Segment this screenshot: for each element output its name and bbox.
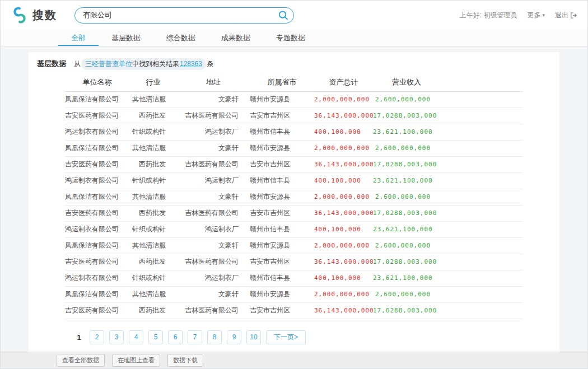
cell-region: 赣州市安源县 — [250, 140, 314, 156]
cell-assets: 2,000,000,000 — [314, 91, 373, 108]
cell-region: 赣州市安源县 — [250, 286, 314, 302]
search-icon — [278, 10, 288, 21]
cell-region: 赣州市安源县 — [250, 237, 314, 254]
cell-filler — [440, 140, 523, 156]
header-right: 上午好: 初级管理员 更多 ▾ 退出 — [460, 11, 577, 20]
tab-comprehensive-data[interactable]: 综合数据 — [153, 30, 208, 46]
logo-text: 搜数 — [32, 8, 57, 23]
table-row[interactable]: 鸿运制衣有限公司针织或构针鸿运制衣厂赣州市信丰县400,100,00023,62… — [65, 270, 523, 286]
table-row[interactable]: 凤凰保洁有限公司其他清洁服文豪轩赣州市安源县2,000,000,0002,600… — [65, 286, 523, 302]
next-page-button[interactable]: 下一页> — [266, 330, 306, 344]
cell-name: 吉安医药有限公司 — [65, 302, 129, 319]
cell-region: 赣州市安源县 — [250, 189, 314, 205]
cell-name: 凤凰保洁有限公司 — [65, 140, 129, 156]
cell-filler — [440, 156, 523, 172]
more-label: 更多 — [527, 11, 540, 20]
more-menu[interactable]: 更多 ▾ — [527, 11, 545, 20]
cell-address: 吉林医药有限公司 — [177, 254, 250, 270]
page-button-10[interactable]: 10 — [246, 330, 261, 344]
column-header: 单位名称 — [65, 73, 129, 91]
tab-achievement-data[interactable]: 成果数据 — [208, 30, 263, 46]
cell-industry: 其他清洁服 — [129, 91, 177, 108]
logout-button[interactable]: 退出 — [555, 11, 577, 20]
cell-region: 赣州市安源县 — [250, 91, 314, 108]
results-suffix: 条 — [207, 59, 213, 69]
column-header: 所属省市 — [250, 73, 314, 91]
tab-all[interactable]: 全部 — [58, 30, 99, 46]
table-row[interactable]: 吉安医药有限公司西药批发吉林医药有限公司吉安市吉州区36,143,000,000… — [65, 205, 523, 221]
page-button-7[interactable]: 7 — [188, 330, 202, 344]
cell-name: 鸿运制衣有限公司 — [65, 124, 129, 140]
page-button-3[interactable]: 3 — [109, 330, 124, 344]
cell-industry: 针织或构针 — [129, 172, 177, 189]
source-link[interactable]: 三经普普查单位 — [85, 59, 132, 69]
section-label: 基层数据 — [37, 59, 66, 69]
table-row[interactable]: 吉安医药有限公司西药批发吉林医药有限公司吉安市吉州区36,143,000,000… — [65, 254, 523, 270]
page-button-2[interactable]: 2 — [90, 330, 104, 344]
cell-region: 吉安市吉州区 — [250, 156, 314, 172]
cell-revenue: 2,600,000,000 — [373, 140, 440, 156]
cell-region: 赣州市信丰县 — [250, 124, 314, 140]
cell-industry: 针织或构针 — [129, 124, 177, 140]
page-button-5[interactable]: 5 — [148, 330, 163, 344]
cell-filler — [440, 270, 523, 286]
search-input[interactable] — [74, 7, 294, 24]
download-data-button[interactable]: 数据下载 — [167, 354, 203, 367]
cell-name: 凤凰保洁有限公司 — [65, 91, 129, 108]
search-bar — [74, 7, 294, 24]
cell-revenue: 17,0288,003,000 — [373, 302, 440, 319]
cell-filler — [440, 254, 523, 270]
page-button-9[interactable]: 9 — [227, 330, 241, 344]
cell-name: 鸿运制衣有限公司 — [65, 270, 129, 286]
cell-industry: 其他清洁服 — [129, 189, 177, 205]
results-card: 基层数据 从 三经普普查单位 中找到相关结果 128363 条 — [29, 52, 559, 352]
column-header: 营业收入 — [373, 73, 440, 91]
cell-assets: 400,100,000 — [314, 270, 373, 286]
cell-industry: 西药批发 — [129, 205, 177, 221]
table-row[interactable]: 凤凰保洁有限公司其他清洁服文豪轩赣州市安源县2,000,000,0002,600… — [65, 91, 523, 108]
results-pill: 三经普普查单位 中找到相关结果 128363 — [81, 58, 206, 70]
page-current[interactable]: 1 — [73, 333, 85, 342]
table-row[interactable]: 鸿运制衣有限公司针织或构针鸿运制衣厂赣州市信丰县400,100,00023,62… — [65, 221, 523, 237]
cell-address: 文豪轩 — [177, 189, 250, 205]
cell-region: 赣州市信丰县 — [250, 270, 314, 286]
table-row[interactable]: 吉安医药有限公司西药批发吉林医药有限公司吉安市吉州区36,143,000,000… — [65, 302, 523, 319]
cell-filler — [440, 108, 523, 124]
page-button-8[interactable]: 8 — [207, 330, 222, 344]
cell-address: 吉林医药有限公司 — [177, 205, 250, 221]
cell-name: 吉安医药有限公司 — [65, 254, 129, 270]
column-header: 地址 — [177, 73, 250, 91]
results-prefix: 从 — [74, 59, 81, 69]
cell-assets: 36,143,000,000 — [314, 156, 373, 172]
view-all-data-button[interactable]: 查看全部数据 — [57, 354, 105, 367]
cell-assets: 36,143,000,000 — [314, 108, 373, 124]
tab-special-data[interactable]: 专题数据 — [263, 30, 318, 46]
view-on-map-button[interactable]: 在地图上查看 — [112, 354, 160, 367]
cell-region: 赣州市信丰县 — [250, 221, 314, 237]
table-row[interactable]: 鸿运制衣有限公司针织或构针鸿运制衣厂赣州市信丰县400,100,00023,62… — [65, 172, 523, 189]
tab-base-data[interactable]: 基层数据 — [99, 30, 153, 46]
cell-industry: 西药批发 — [129, 254, 177, 270]
table-row[interactable]: 吉安医药有限公司西药批发吉林医药有限公司吉安市吉州区36,143,000,000… — [65, 156, 523, 172]
cell-revenue: 17,0288,003,000 — [373, 254, 440, 270]
page-button-4[interactable]: 4 — [129, 330, 143, 344]
cell-address: 鸿运制衣厂 — [177, 221, 250, 237]
cell-name: 吉安医药有限公司 — [65, 108, 129, 124]
cell-address: 文豪轩 — [177, 286, 250, 302]
table-row[interactable]: 鸿运制衣有限公司针织或构针鸿运制衣厂赣州市信丰县400,100,00023,62… — [65, 124, 523, 140]
cell-industry: 针织或构针 — [129, 270, 177, 286]
cell-address: 文豪轩 — [177, 91, 250, 108]
table-row[interactable]: 凤凰保洁有限公司其他清洁服文豪轩赣州市安源县2,000,000,0002,600… — [65, 237, 523, 254]
cell-revenue: 23,621,100,000 — [373, 124, 440, 140]
cell-address: 鸿运制衣厂 — [177, 124, 250, 140]
table-row[interactable]: 凤凰保洁有限公司其他清洁服文豪轩赣州市安源县2,000,000,0002,600… — [65, 189, 523, 205]
page-button-6[interactable]: 6 — [168, 330, 183, 344]
result-count-link[interactable]: 128363 — [180, 60, 202, 68]
cell-region: 吉安市吉州区 — [250, 254, 314, 270]
cell-name: 鸿运制衣有限公司 — [65, 221, 129, 237]
cell-name: 吉安医药有限公司 — [65, 205, 129, 221]
search-button[interactable] — [275, 9, 291, 22]
cell-name: 凤凰保洁有限公司 — [65, 286, 129, 302]
table-row[interactable]: 凤凰保洁有限公司其他清洁服文豪轩赣州市安源县2,000,000,0002,600… — [65, 140, 523, 156]
table-row[interactable]: 吉安医药有限公司西药批发吉林医药有限公司吉安市吉州区36,143,000,000… — [65, 108, 523, 124]
